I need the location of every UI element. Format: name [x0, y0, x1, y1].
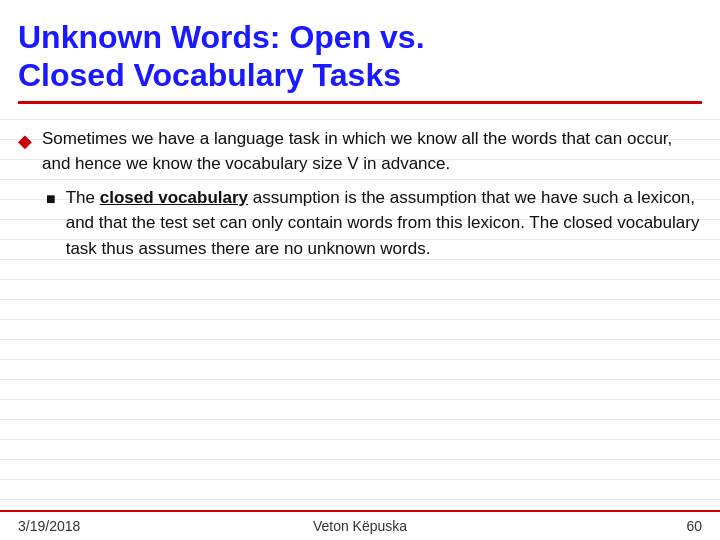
- footer-page: 60: [474, 518, 702, 534]
- slide-footer: 3/19/2018 Veton Këpuska 60: [0, 510, 720, 540]
- square-icon: ■: [46, 187, 56, 211]
- footer-date: 3/19/2018: [18, 518, 246, 534]
- sub-bullet: ■ The closed vocabulary assumption is th…: [46, 185, 702, 262]
- main-bullet: ◆ Sometimes we have a language task in w…: [18, 126, 702, 177]
- main-bullet-text: Sometimes we have a language task in whi…: [42, 126, 702, 177]
- diamond-icon: ◆: [18, 128, 32, 155]
- slide-header: Unknown Words: Open vs. Closed Vocabular…: [0, 0, 720, 112]
- title-line1: Unknown Words: Open vs.: [18, 19, 425, 55]
- slide-title: Unknown Words: Open vs. Closed Vocabular…: [18, 18, 702, 95]
- slide: Unknown Words: Open vs. Closed Vocabular…: [0, 0, 720, 540]
- sub-prefix: The: [66, 188, 100, 207]
- footer-author: Veton Këpuska: [246, 518, 474, 534]
- slide-content: ◆ Sometimes we have a language task in w…: [0, 112, 720, 510]
- sub-bullet-text: The closed vocabulary assumption is the …: [66, 185, 702, 262]
- title-line2: Closed Vocabulary Tasks: [18, 57, 401, 93]
- sub-bold-text: closed vocabulary: [100, 188, 248, 207]
- title-divider: [18, 101, 702, 104]
